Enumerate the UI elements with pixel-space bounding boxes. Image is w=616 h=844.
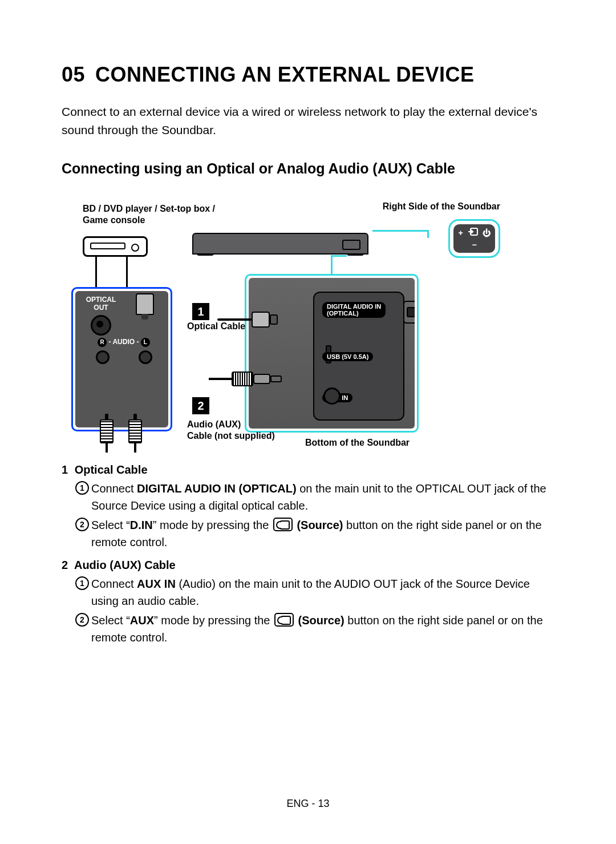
optical-out-port-icon	[91, 315, 111, 336]
step1-heading: 1 Optical Cable	[62, 463, 554, 476]
aux-plug-icon	[209, 371, 282, 386]
step1-substep1: 1 Connect DIGITAL AUDIO IN (OPTICAL) on …	[75, 480, 554, 514]
soundbar-bottom-callout: DIGITAL AUDIO IN (OPTICAL) USB (5V 0.5A)…	[245, 274, 419, 433]
optical-in-jack-icon	[403, 301, 415, 324]
diagram-badge-1: 1	[192, 303, 209, 320]
rca-r-label: R	[98, 338, 107, 347]
label-digital-audio-in: DIGITAL AUDIO IN (OPTICAL)	[322, 302, 386, 318]
callout-line	[427, 230, 429, 238]
subheading: Connecting using an Optical or Analog Au…	[62, 160, 554, 177]
label-bottom-soundbar: Bottom of the Soundbar	[305, 437, 410, 449]
callout-line	[372, 230, 427, 232]
rca-l-label: L	[141, 338, 150, 347]
label-right-side: Right Side of the Soundbar	[383, 201, 500, 212]
source-device-icon	[83, 236, 148, 257]
step2-substep1: 1 Connect AUX IN (Audio) on the main uni…	[75, 575, 554, 609]
step2-heading: 2 Audio (AUX) Cable	[62, 559, 554, 572]
intro-text: Connect to an external device via a wire…	[62, 103, 554, 139]
label-usb: USB (5V 0.5A)	[322, 352, 373, 361]
source-button-icon	[274, 613, 294, 627]
diagram-badge-2: 2	[192, 397, 209, 414]
label-optical-cable: Optical Cable	[187, 321, 245, 332]
rca-jack-icon	[96, 350, 110, 364]
step1-substep2: 2 Select “D.IN” mode by pressing the (So…	[75, 516, 554, 551]
source-icon	[468, 228, 478, 238]
step2-substep2: 2 Select “AUX” mode by pressing the (Sou…	[75, 612, 554, 646]
rca-plugs-icon	[92, 414, 149, 453]
optical-plug-icon	[128, 293, 161, 325]
callout-line	[331, 255, 333, 274]
label-source-device: BD / DVD player / Set-top box / Game con…	[83, 203, 231, 226]
label-aux-cable: Audio (AUX) Cable (not supplied)	[187, 419, 275, 442]
volume-plus: +	[458, 228, 463, 237]
control-panel-callout: + ⏻ −	[448, 219, 500, 258]
soundbar-icon	[192, 233, 368, 255]
connector-line	[95, 256, 97, 289]
source-ports-callout: OPTICAL OUT R - AUDIO - L	[71, 287, 172, 431]
label-optical-out: OPTICAL OUT	[81, 296, 121, 312]
section-title-text: CONNECTING AN EXTERNAL DEVICE	[95, 63, 475, 86]
source-button-icon	[273, 518, 293, 531]
page-footer: ENG - 13	[0, 798, 616, 810]
section-title: 05CONNECTING AN EXTERNAL DEVICE	[62, 63, 554, 87]
connector-line	[126, 256, 128, 289]
callout-line	[331, 255, 347, 257]
rca-audio-label: - AUDIO -	[109, 338, 139, 346]
volume-minus: −	[472, 240, 476, 249]
section-number: 05	[62, 63, 85, 86]
power-icon: ⏻	[483, 228, 491, 237]
aux-in-jack-icon	[323, 387, 346, 403]
connection-diagram: BD / DVD player / Set-top box / Game con…	[60, 199, 500, 444]
rca-jack-icon	[139, 350, 152, 364]
